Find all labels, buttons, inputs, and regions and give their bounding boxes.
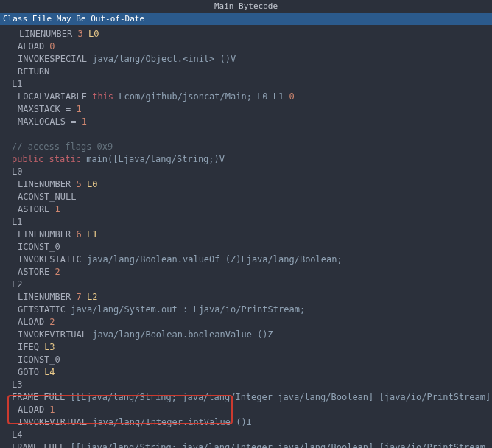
code-line: MAXSTACK = 1 (3, 103, 489, 116)
code-line: FRAME FULL [[Ljava/lang/String; java/lan… (3, 391, 489, 404)
code-token: INVOKEVIRTUAL (18, 417, 92, 427)
code-line: L2 (3, 279, 489, 291)
code-token: 3 (77, 29, 82, 39)
code-token: MAXSTACK = (18, 104, 76, 114)
code-token: L0 (88, 29, 99, 39)
code-token: GETSTATIC (18, 304, 71, 315)
code-line: ICONST_0 (3, 241, 489, 253)
code-token: L4 (44, 367, 55, 377)
code-line: INVOKESPECIAL java/lang/Object.<init> ()… (3, 53, 489, 66)
code-token: ICONST_0 (18, 242, 60, 252)
code-line: L4 (3, 429, 489, 441)
code-line: // access flags 0x9 (3, 141, 489, 153)
code-token: FRAME FULL (12, 392, 70, 402)
code-token: LINENUMBER (18, 229, 76, 239)
code-token: L0 (87, 179, 97, 189)
code-token: ALOAD (18, 41, 49, 52)
code-token: 0 (49, 41, 55, 52)
code-line: ASTORE 1 (3, 203, 489, 216)
code-line: LINENUMBER 7 L2 (3, 291, 489, 304)
code-line: ASTORE 2 (3, 266, 489, 279)
code-line: RETURN (3, 66, 489, 78)
code-token: // access flags 0x9 (12, 141, 113, 152)
code-token: [[Ljava/lang/String; java/lang/Integer j… (70, 392, 491, 402)
code-token: static (49, 154, 81, 164)
code-line: LINENUMBER 5 L0 (3, 178, 489, 191)
code-token: java/lang/Boolean.valueOf (Z)Ljava/lang/… (87, 254, 342, 265)
code-token: L1 (87, 229, 97, 239)
code-token: public (12, 154, 43, 164)
code-token: 1 (82, 116, 87, 127)
code-token: IFEQ (18, 342, 44, 352)
code-token (43, 154, 49, 164)
code-token: 1 (55, 204, 60, 214)
bytecode-viewer[interactable]: LINENUMBER 3 L0ALOAD 0INVOKESPECIAL java… (0, 25, 492, 448)
code-token: LINENUMBER (19, 29, 77, 39)
code-token: java/lang/System.out : Ljava/io/PrintStr… (71, 304, 305, 315)
code-token: [[Ljava/lang/String; java/lang/Integer j… (70, 442, 492, 448)
code-line: ACONST_NULL (3, 191, 489, 203)
code-line: LINENUMBER 6 L1 (3, 228, 489, 241)
code-token: L2 (12, 279, 22, 290)
code-line: GETSTATIC java/lang/System.out : Ljava/i… (3, 304, 489, 316)
code-line: LINENUMBER 3 L0 (3, 28, 489, 41)
code-line: IFEQ L3 (3, 341, 489, 354)
code-token: 6 (76, 229, 81, 239)
code-token: java/lang/Boolean.booleanValue ()Z (92, 329, 273, 340)
code-token: 5 (76, 179, 81, 189)
code-line: public static main([Ljava/lang/String;)V (3, 153, 489, 166)
window-title: Main Bytecode (0, 0, 492, 13)
code-token: ALOAD (18, 405, 49, 415)
code-token: LINENUMBER (18, 292, 76, 302)
code-line: INVOKEVIRTUAL java/lang/Boolean.booleanV… (3, 329, 489, 341)
code-token: INVOKESTATIC (18, 254, 87, 265)
code-line: ICONST_0 (3, 354, 489, 366)
code-token: ASTORE (18, 267, 55, 277)
code-token: INVOKESPECIAL (18, 54, 92, 64)
code-token: this (92, 91, 113, 102)
code-token: LOCALVARIABLE (18, 91, 92, 102)
code-token: java/lang/Object.<init> ()V (92, 54, 236, 64)
code-token: ICONST_0 (18, 354, 60, 365)
code-token: L1 (12, 79, 22, 89)
code-token: L1 (12, 217, 22, 227)
code-line: MAXLOCALS = 1 (3, 116, 489, 128)
code-token (82, 229, 87, 239)
code-token: L2 (87, 292, 97, 302)
code-token: RETURN (18, 66, 49, 77)
code-token: L4 (12, 430, 22, 440)
code-line: L0 (3, 166, 489, 178)
code-line: ALOAD 0 (3, 41, 489, 53)
code-token (82, 179, 87, 189)
code-token: GOTO (18, 367, 44, 377)
code-line: L3 (3, 379, 489, 391)
code-token: 0 (289, 91, 294, 102)
code-token: 7 (76, 292, 81, 302)
code-token: Lcom/github/jsoncat/Main; L0 L1 (113, 91, 289, 102)
code-token: MAXLOCALS = (18, 116, 82, 127)
code-line: LOCALVARIABLE this Lcom/github/jsoncat/M… (3, 91, 489, 103)
code-line: L1 (3, 216, 489, 228)
code-token: L3 (12, 379, 22, 390)
outdated-class-file-banner[interactable]: Class File May Be Out-of-Date (0, 13, 492, 25)
code-token: 1 (49, 405, 55, 415)
code-token: INVOKEVIRTUAL (18, 329, 92, 340)
code-line (3, 128, 489, 141)
code-token: java/lang/Integer.intValue ()I (92, 417, 252, 427)
code-line: ALOAD 2 (3, 316, 489, 329)
code-token: ASTORE (18, 204, 55, 214)
code-token: 2 (55, 267, 60, 277)
code-token: FRAME FULL (12, 442, 70, 448)
code-token: L0 (12, 167, 22, 177)
code-line: INVOKESTATIC java/lang/Boolean.valueOf (… (3, 253, 489, 266)
code-token: 2 (49, 317, 55, 327)
code-token: ACONST_NULL (18, 192, 76, 202)
code-token (3, 129, 8, 139)
code-token (83, 29, 88, 39)
text-cursor (18, 29, 18, 39)
code-line: ALOAD 1 (3, 404, 489, 416)
code-token (82, 292, 87, 302)
code-token: ALOAD (18, 317, 49, 327)
code-line: FRAME FULL [[Ljava/lang/String; java/lan… (3, 441, 489, 448)
code-token: L3 (44, 342, 55, 352)
